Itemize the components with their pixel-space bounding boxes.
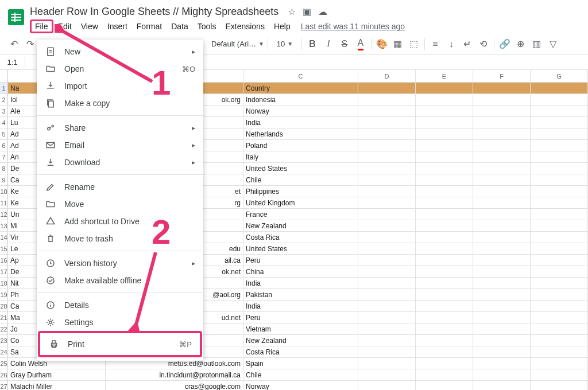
file-email[interactable]: Email▸ [37, 136, 203, 154]
col-header-C[interactable]: C [243, 70, 358, 83]
file-rename[interactable]: Rename [37, 178, 203, 196]
row-header[interactable]: 11 [0, 197, 8, 209]
cell[interactable]: Indonesia [243, 94, 358, 106]
cell[interactable] [473, 312, 531, 323]
col-header-F[interactable]: F [473, 70, 531, 83]
cell[interactable]: Malachi Miller [8, 381, 106, 390]
cell[interactable]: Pakistan [243, 289, 358, 301]
row-header[interactable]: 14 [0, 232, 8, 243]
cell[interactable]: in.tincidunt@protonmail.ca [106, 369, 243, 381]
cell[interactable]: United States [243, 163, 358, 174]
cell[interactable] [531, 301, 588, 312]
cell[interactable] [531, 289, 588, 301]
row-header[interactable]: 18 [0, 278, 8, 289]
cell[interactable] [358, 140, 416, 151]
rotate-icon[interactable]: ⟲ [475, 36, 492, 52]
file-download[interactable]: Download▸ [37, 154, 203, 171]
cell[interactable] [358, 94, 416, 106]
redo-icon[interactable]: ↷ [22, 36, 38, 52]
cell[interactable] [473, 106, 531, 117]
cell[interactable] [358, 346, 416, 358]
cell[interactable] [473, 232, 531, 243]
cell[interactable] [531, 197, 588, 209]
cell[interactable] [473, 140, 531, 151]
cell[interactable] [473, 266, 531, 278]
cell[interactable]: Vietnam [243, 323, 358, 335]
row-header[interactable]: 5 [0, 128, 8, 140]
cell[interactable] [473, 94, 531, 106]
cell[interactable] [416, 335, 473, 346]
cell[interactable] [531, 220, 588, 232]
last-edit-link[interactable]: Last edit was 11 minutes ago [301, 22, 405, 31]
row-header[interactable]: 15 [0, 243, 8, 255]
borders-icon[interactable]: ▦ [390, 36, 406, 52]
cell[interactable] [416, 117, 473, 128]
cell[interactable] [416, 289, 473, 301]
bold-icon[interactable]: B [304, 36, 320, 52]
cell[interactable] [416, 140, 473, 151]
cell[interactable] [416, 346, 473, 358]
cell[interactable] [358, 117, 416, 128]
cell[interactable] [416, 220, 473, 232]
cell[interactable] [473, 163, 531, 174]
file-details[interactable]: Details [37, 297, 203, 314]
cell[interactable]: Country [243, 83, 358, 94]
cell[interactable] [416, 163, 473, 174]
file-open[interactable]: Open⌘O [37, 60, 203, 77]
row-header[interactable]: 13 [0, 220, 8, 232]
menu-insert[interactable]: Insert [103, 20, 132, 33]
cell[interactable]: France [243, 209, 358, 220]
cell[interactable]: Norway [243, 381, 358, 390]
col-header-D[interactable]: D [358, 70, 416, 83]
cell[interactable] [531, 381, 588, 390]
cell[interactable] [473, 301, 531, 312]
star-icon[interactable]: ☆ [288, 6, 296, 17]
row-header[interactable]: 10 [0, 186, 8, 197]
row-header[interactable]: 24 [0, 346, 8, 358]
cell[interactable] [416, 209, 473, 220]
cell[interactable] [416, 83, 473, 94]
cell[interactable] [358, 323, 416, 335]
row-header[interactable]: 17 [0, 266, 8, 278]
row-header[interactable]: 1 [0, 83, 8, 94]
row-header[interactable]: 4 [0, 117, 8, 128]
cell[interactable] [416, 381, 473, 390]
row-header[interactable]: 20 [0, 301, 8, 312]
row-header[interactable]: 12 [0, 209, 8, 220]
halign-icon[interactable]: ≡ [427, 36, 443, 52]
cell[interactable]: Poland [243, 140, 358, 151]
cell[interactable] [358, 255, 416, 266]
menu-format[interactable]: Format [132, 20, 167, 33]
cell[interactable] [531, 128, 588, 140]
strike-icon[interactable]: S [336, 36, 353, 52]
cell[interactable] [531, 186, 588, 197]
cell[interactable] [531, 346, 588, 358]
cell[interactable]: Chile [243, 369, 358, 381]
file-offline[interactable]: Make available offline [37, 272, 203, 289]
cell[interactable] [358, 243, 416, 255]
file-add-shortcut[interactable]: Add shortcut to Drive [37, 213, 203, 230]
cell[interactable] [358, 358, 416, 369]
cell[interactable] [473, 197, 531, 209]
cell[interactable] [358, 106, 416, 117]
cell[interactable] [358, 163, 416, 174]
comment-icon[interactable]: ⊕ [513, 36, 529, 52]
file-version-history[interactable]: Version history▸ [37, 255, 203, 272]
cell[interactable] [531, 266, 588, 278]
file-make-copy[interactable]: Make a copy [37, 95, 203, 112]
file-move[interactable]: Move [37, 196, 203, 213]
cell[interactable] [473, 209, 531, 220]
cell[interactable] [358, 83, 416, 94]
cell[interactable] [416, 323, 473, 335]
cell[interactable] [473, 278, 531, 289]
cell[interactable] [473, 117, 531, 128]
cell[interactable] [358, 220, 416, 232]
cell[interactable] [416, 174, 473, 186]
cell[interactable] [531, 278, 588, 289]
cell[interactable] [531, 117, 588, 128]
name-box[interactable]: 1:1 [0, 56, 25, 69]
italic-icon[interactable]: I [320, 36, 336, 52]
cell[interactable] [358, 232, 416, 243]
cell[interactable] [531, 232, 588, 243]
cell[interactable] [473, 369, 531, 381]
